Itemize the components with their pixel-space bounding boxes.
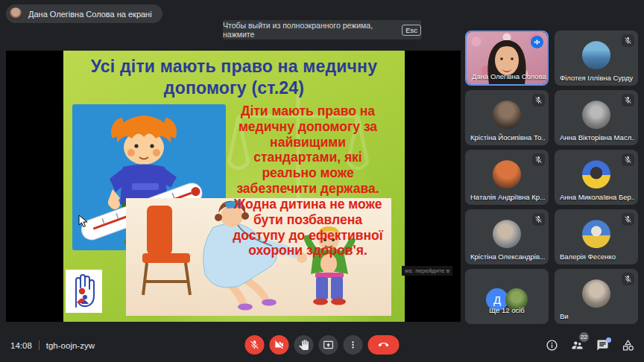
presentation-slide: Усі діти мають право на медичну допомогу…: [63, 51, 405, 322]
slide-body-line: Діти мають право на: [214, 104, 402, 119]
participant-name: Валерія Фесенко: [560, 253, 616, 261]
participant-tile[interactable]: Крістіна Йосипівна То...: [465, 90, 549, 145]
camera-off-button[interactable]: [270, 335, 289, 355]
participant-tile[interactable]: Анна Вікторівна Масл...: [555, 90, 638, 145]
participant-tile-self[interactable]: Ви: [555, 269, 638, 324]
participant-avatar: [582, 160, 610, 188]
slide-body-line: найвищими: [214, 135, 402, 150]
slide-body-line: доступу до ефективної: [214, 228, 402, 244]
esc-key-hint: Esc: [402, 25, 421, 36]
slide-body-line: Жодна дитина не може: [214, 197, 402, 212]
mic-off-icon: [622, 94, 634, 107]
slide-body-line: охорони здоров'я.: [214, 243, 402, 258]
google-meet-window: Дана Олегівна Солова на екрані Чтобы вый…: [0, 0, 644, 362]
participant-avatar: [582, 279, 610, 308]
participant-name: Дана Олегівна Солова: [472, 72, 546, 80]
participant-name: Анна Вікторівна Масл...: [560, 133, 634, 142]
mic-off-icon: [532, 213, 545, 226]
activities-button[interactable]: [622, 339, 634, 352]
slide-body-line: медичну допомогу за: [214, 119, 402, 135]
mic-off-icon: [622, 153, 634, 166]
mic-off-button[interactable]: [245, 335, 265, 355]
participant-avatar: [582, 41, 610, 69]
call-controls: [245, 335, 400, 355]
participant-name: Крістіна Йосипівна То...: [470, 133, 545, 142]
panel-buttons: 22: [546, 339, 634, 352]
hand-family-logo: [66, 270, 102, 313]
chat-notification-dot: [606, 337, 611, 343]
participant-avatar: [493, 160, 521, 188]
slide-title-line1: Усі діти мають право на медичну: [68, 56, 400, 77]
mic-off-icon: [622, 34, 634, 47]
participant-name: Крістіна Олександрів...: [470, 253, 545, 261]
participant-name: Наталія Андріївна Кр...: [470, 193, 545, 201]
screen-share-banner: Дана Олегівна Солова на екрані: [6, 4, 162, 23]
participant-avatar: [493, 220, 521, 248]
participant-count-badge: 22: [579, 332, 589, 342]
mic-off-icon: [622, 273, 634, 285]
slide-body-line: бути позбавлена: [214, 212, 402, 228]
toast-text: Чтобы выйти из полноэкранного режима, на…: [223, 21, 397, 39]
people-panel-button[interactable]: 22: [571, 339, 584, 352]
present-button[interactable]: [319, 335, 338, 355]
participant-tile[interactable]: Валерія Фесенко: [555, 209, 638, 264]
overlay-hint-text: ws. перейдите в: [402, 266, 452, 276]
participant-avatar: [582, 220, 610, 248]
mic-off-icon: [532, 94, 545, 107]
mouse-cursor: [78, 215, 89, 228]
participant-tile-speaker[interactable]: Дана Олегівна Солова: [465, 31, 549, 86]
meeting-details-button[interactable]: [546, 339, 558, 352]
divider: [39, 340, 40, 350]
info-icon: [546, 339, 558, 352]
fullscreen-exit-toast: Чтобы выйти из полноэкранного режима, на…: [223, 20, 421, 39]
activities-icon: [622, 339, 634, 352]
participants-grid: Дана Олегівна Солова Філотея Іллівна Сур…: [465, 31, 638, 325]
participant-tile-overflow[interactable]: Д Ще 12 осіб: [465, 269, 549, 324]
participant-name: Анна Миколаївна Бер...: [560, 193, 634, 201]
participant-tile[interactable]: Крістіна Олександрів...: [465, 209, 549, 264]
participant-name: Ви: [560, 312, 569, 320]
slide-body-line: реально може: [214, 165, 402, 181]
slide-body-line: забезпечити держава.: [214, 181, 402, 197]
participant-tile[interactable]: Наталія Андріївна Кр...: [465, 150, 549, 205]
more-options-button[interactable]: [344, 335, 363, 355]
shared-screen: Усі діти мають право на медичну допомогу…: [6, 51, 461, 322]
slide-body-line: стандартами, які: [214, 150, 402, 165]
slide-body-text: Діти мають право на медичну допомогу за …: [214, 104, 402, 258]
end-call-button[interactable]: [368, 335, 400, 355]
participant-avatar: [582, 101, 610, 129]
screen-share-banner-label: Дана Олегівна Солова на екрані: [28, 10, 152, 19]
participant-avatar: [493, 101, 521, 129]
mic-off-icon: [622, 213, 634, 226]
participant-name: Філотея Іллівна Сурду: [560, 74, 633, 82]
overflow-count-label: Ще 12 осіб: [465, 306, 549, 314]
participant-tile[interactable]: Філотея Іллівна Сурду: [555, 31, 638, 86]
participant-tile[interactable]: Анна Миколаївна Бер...: [555, 150, 638, 205]
clock-time: 14:08: [10, 341, 32, 350]
raise-hand-button[interactable]: [294, 335, 314, 355]
meeting-info: 14:08 tgh-oojn-zyw: [10, 340, 95, 350]
speaking-indicator-icon: [531, 36, 543, 48]
presenter-avatar: [9, 7, 22, 21]
chat-panel-button[interactable]: [596, 339, 609, 352]
meeting-code: tgh-oojn-zyw: [46, 341, 95, 350]
mic-off-icon: [532, 153, 545, 166]
